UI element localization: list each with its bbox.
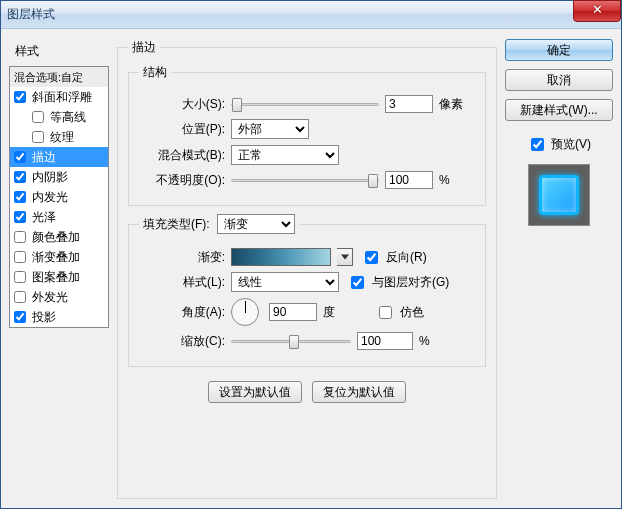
preview-thumbnail xyxy=(539,175,579,215)
sidebar-item[interactable]: 内发光 xyxy=(10,187,108,207)
sidebar-item[interactable]: 光泽 xyxy=(10,207,108,227)
angle-input[interactable] xyxy=(269,303,317,321)
reverse-checkbox[interactable] xyxy=(365,251,378,264)
angle-dial[interactable] xyxy=(231,298,259,326)
gradient-label: 渐变: xyxy=(139,249,225,266)
sidebar-item-label: 等高线 xyxy=(50,109,86,126)
preview-label: 预览(V) xyxy=(551,136,591,153)
sidebar-item-checkbox[interactable] xyxy=(14,211,26,223)
sidebar-item[interactable]: 描边 xyxy=(10,147,108,167)
sidebar-item-label: 光泽 xyxy=(32,209,56,226)
default-buttons: 设置为默认值 复位为默认值 xyxy=(128,381,486,403)
opacity-input[interactable] xyxy=(385,171,433,189)
blend-options-row[interactable]: 混合选项:自定 xyxy=(10,67,108,87)
gradient-row: 渐变: 反向(R) xyxy=(139,248,475,266)
styles-sidebar: 样式 混合选项:自定 斜面和浮雕等高线纹理描边内阴影内发光光泽颜色叠加渐变叠加图… xyxy=(9,39,109,498)
sidebar-item-checkbox[interactable] xyxy=(14,271,26,283)
position-row: 位置(P): 外部 xyxy=(139,119,475,139)
scale-slider[interactable] xyxy=(231,332,351,350)
sidebar-item[interactable]: 纹理 xyxy=(10,127,108,147)
style-label: 样式(L): xyxy=(139,274,225,291)
sidebar-item-checkbox[interactable] xyxy=(32,111,44,123)
chevron-down-icon xyxy=(341,254,349,260)
sidebar-item[interactable]: 渐变叠加 xyxy=(10,247,108,267)
filltype-select[interactable]: 渐变 xyxy=(217,214,295,234)
dither-checkbox[interactable] xyxy=(379,306,392,319)
blend-options-label: 混合选项:自定 xyxy=(14,70,83,85)
opacity-label: 不透明度(O): xyxy=(139,172,225,189)
fill-legend: 填充类型(F): 渐变 xyxy=(139,214,299,234)
structure-group: 结构 大小(S): 像素 位置(P): 外部 xyxy=(128,64,486,206)
sidebar-item-checkbox[interactable] xyxy=(14,231,26,243)
sidebar-item-label: 纹理 xyxy=(50,129,74,146)
sidebar-item[interactable]: 颜色叠加 xyxy=(10,227,108,247)
sidebar-item[interactable]: 图案叠加 xyxy=(10,267,108,287)
blendmode-label: 混合模式(B): xyxy=(139,147,225,164)
angle-unit: 度 xyxy=(323,304,359,321)
close-button[interactable]: ✕ xyxy=(573,0,621,22)
align-label: 与图层对齐(G) xyxy=(372,274,449,291)
sidebar-item-checkbox[interactable] xyxy=(14,151,26,163)
gradient-swatch[interactable] xyxy=(231,248,331,266)
right-column: 确定 取消 新建样式(W)... 预览(V) xyxy=(505,39,613,498)
scale-label: 缩放(C): xyxy=(139,333,225,350)
cancel-button[interactable]: 取消 xyxy=(505,69,613,91)
sidebar-item-label: 投影 xyxy=(32,309,56,326)
close-icon: ✕ xyxy=(592,2,603,17)
reset-default-button[interactable]: 复位为默认值 xyxy=(312,381,406,403)
sidebar-item-label: 颜色叠加 xyxy=(32,229,80,246)
sidebar-item[interactable]: 斜面和浮雕 xyxy=(10,87,108,107)
sidebar-item-checkbox[interactable] xyxy=(14,311,26,323)
opacity-slider[interactable] xyxy=(231,171,379,189)
angle-label: 角度(A): xyxy=(139,304,225,321)
opacity-unit: % xyxy=(439,173,475,187)
sidebar-item-checkbox[interactable] xyxy=(14,191,26,203)
sidebar-item-checkbox[interactable] xyxy=(14,291,26,303)
style-select[interactable]: 线性 xyxy=(231,272,339,292)
fill-legend-text: 填充类型(F): xyxy=(143,217,210,231)
size-input[interactable] xyxy=(385,95,433,113)
position-select[interactable]: 外部 xyxy=(231,119,309,139)
ok-button[interactable]: 确定 xyxy=(505,39,613,61)
sidebar-item[interactable]: 内阴影 xyxy=(10,167,108,187)
scale-input[interactable] xyxy=(357,332,413,350)
dialog-body: 样式 混合选项:自定 斜面和浮雕等高线纹理描边内阴影内发光光泽颜色叠加渐变叠加图… xyxy=(1,29,621,508)
preview-toggle-row: 预览(V) xyxy=(505,135,613,154)
layer-style-dialog: 图层样式 ✕ 样式 混合选项:自定 斜面和浮雕等高线纹理描边内阴影内发光光泽颜色… xyxy=(0,0,622,509)
size-unit: 像素 xyxy=(439,96,475,113)
angle-row: 角度(A): 度 仿色 xyxy=(139,298,475,326)
size-slider[interactable] xyxy=(231,95,379,113)
align-checkbox[interactable] xyxy=(351,276,364,289)
sidebar-item-checkbox[interactable] xyxy=(14,251,26,263)
sidebar-item[interactable]: 等高线 xyxy=(10,107,108,127)
scale-unit: % xyxy=(419,334,455,348)
sidebar-item-label: 外发光 xyxy=(32,289,68,306)
sidebar-item[interactable]: 投影 xyxy=(10,307,108,327)
titlebar[interactable]: 图层样式 ✕ xyxy=(1,1,621,29)
sidebar-item-label: 描边 xyxy=(32,149,56,166)
structure-legend: 结构 xyxy=(139,64,171,81)
fill-group: 填充类型(F): 渐变 渐变: 反向(R) xyxy=(128,214,486,367)
sidebar-item-label: 斜面和浮雕 xyxy=(32,89,92,106)
sidebar-item[interactable]: 外发光 xyxy=(10,287,108,307)
size-row: 大小(S): 像素 xyxy=(139,95,475,113)
opacity-row: 不透明度(O): % xyxy=(139,171,475,189)
dither-label: 仿色 xyxy=(400,304,424,321)
styles-list: 混合选项:自定 斜面和浮雕等高线纹理描边内阴影内发光光泽颜色叠加渐变叠加图案叠加… xyxy=(9,66,109,328)
size-label: 大小(S): xyxy=(139,96,225,113)
set-default-button[interactable]: 设置为默认值 xyxy=(208,381,302,403)
window-title: 图层样式 xyxy=(7,6,55,23)
sidebar-item-label: 图案叠加 xyxy=(32,269,80,286)
preview-box xyxy=(528,164,590,226)
gradient-dropdown[interactable] xyxy=(337,248,353,266)
blendmode-select[interactable]: 正常 xyxy=(231,145,339,165)
new-style-button[interactable]: 新建样式(W)... xyxy=(505,99,613,121)
preview-checkbox[interactable] xyxy=(531,138,544,151)
sidebar-header: 样式 xyxy=(9,39,109,64)
stroke-group: 描边 结构 大小(S): 像素 位置(P): xyxy=(117,39,497,499)
style-row: 样式(L): 线性 与图层对齐(G) xyxy=(139,272,475,292)
blendmode-row: 混合模式(B): 正常 xyxy=(139,145,475,165)
sidebar-item-checkbox[interactable] xyxy=(14,91,26,103)
sidebar-item-checkbox[interactable] xyxy=(32,131,44,143)
sidebar-item-checkbox[interactable] xyxy=(14,171,26,183)
